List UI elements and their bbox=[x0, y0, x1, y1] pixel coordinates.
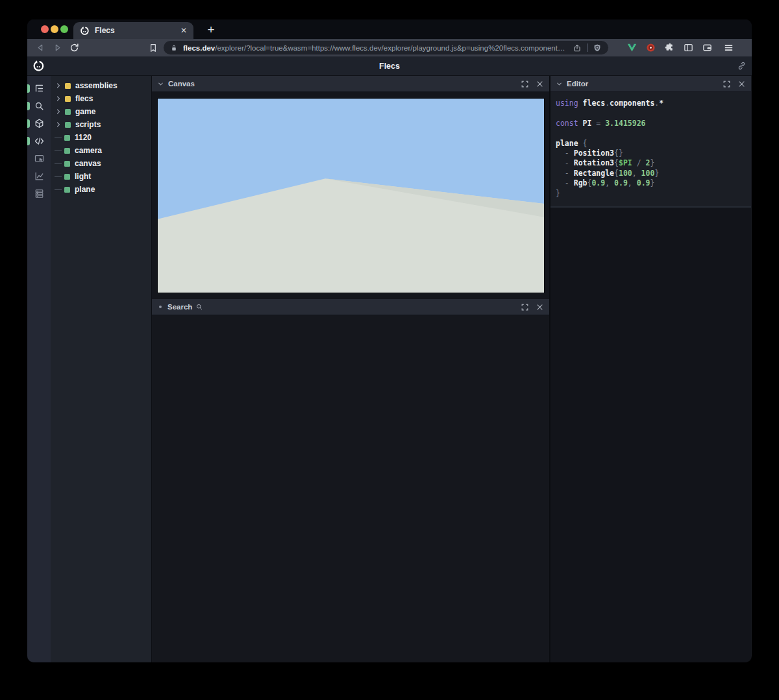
tree-item-label: assemblies bbox=[75, 81, 117, 90]
editor-empty-area bbox=[550, 208, 751, 662]
fullscreen-icon[interactable] bbox=[521, 80, 529, 88]
vue-devtools-icon[interactable] bbox=[626, 42, 637, 53]
tree-item-canvas[interactable]: canvas bbox=[51, 157, 151, 170]
left-rail bbox=[27, 76, 51, 662]
3d-viewport[interactable] bbox=[157, 98, 545, 293]
code-line bbox=[556, 108, 746, 118]
minimize-window-button[interactable] bbox=[51, 25, 58, 33]
editor-code[interactable]: using flecs.components.* const PI = 3.14… bbox=[550, 92, 751, 208]
red-extension-icon[interactable] bbox=[645, 42, 656, 53]
extensions-puzzle-icon[interactable] bbox=[664, 42, 675, 53]
share-icon[interactable] bbox=[573, 43, 582, 53]
expand-chevron-icon[interactable] bbox=[55, 95, 62, 103]
app-title: Flecs bbox=[27, 62, 752, 71]
tree-item-1120[interactable]: 1120 bbox=[51, 131, 151, 144]
url-text: flecs.dev/explorer/?local=true&wasm=http… bbox=[183, 44, 567, 52]
entity-tree: assemblies flecs game scripts 1120 camer… bbox=[51, 76, 151, 662]
browser-tab[interactable]: Flecs ✕ bbox=[73, 22, 193, 39]
tree-item-flecs[interactable]: flecs bbox=[51, 92, 151, 105]
code-line: - Position3{} bbox=[556, 149, 746, 158]
active-indicator bbox=[27, 119, 30, 128]
tree-item-game[interactable]: game bbox=[51, 105, 151, 118]
menu-icon[interactable] bbox=[723, 42, 734, 53]
search-panel-title: Search bbox=[167, 303, 192, 311]
share-link-icon[interactable] bbox=[737, 61, 747, 71]
rail-window-button[interactable] bbox=[27, 150, 51, 167]
browser-toolbar: flecs.dev/explorer/?local=true&wasm=http… bbox=[27, 39, 752, 56]
zoom-window-button[interactable] bbox=[60, 25, 68, 33]
close-panel-icon[interactable] bbox=[536, 80, 544, 88]
forward-icon[interactable] bbox=[52, 42, 63, 53]
stack-icon bbox=[34, 188, 45, 199]
tree-item-label: scripts bbox=[75, 120, 101, 129]
entity-color-square bbox=[65, 109, 71, 115]
rail-tree-button[interactable] bbox=[27, 80, 51, 97]
tree-item-label: flecs bbox=[75, 94, 93, 103]
bookmark-icon[interactable] bbox=[148, 43, 158, 53]
close-panel-icon[interactable] bbox=[737, 80, 746, 88]
collapsed-dot-icon[interactable] bbox=[159, 306, 162, 308]
new-tab-button[interactable]: + bbox=[203, 21, 219, 38]
fullscreen-icon[interactable] bbox=[723, 80, 731, 88]
chart-icon bbox=[34, 171, 45, 182]
fullscreen-icon[interactable] bbox=[521, 303, 529, 311]
rail-stack-button[interactable] bbox=[27, 185, 51, 202]
tab-close-icon[interactable]: ✕ bbox=[180, 26, 187, 35]
tab-title: Flecs bbox=[95, 26, 180, 35]
sidebar-toggle-icon[interactable] bbox=[683, 42, 694, 53]
url-bar[interactable]: flecs.dev/explorer/?local=true&wasm=http… bbox=[164, 41, 608, 54]
tree-item-plane[interactable]: plane bbox=[51, 183, 151, 196]
chevron-down-icon[interactable] bbox=[157, 80, 164, 88]
rail-chart-button[interactable] bbox=[27, 167, 51, 185]
tree-item-label: canvas bbox=[75, 159, 101, 168]
tab-bar: Flecs ✕ + bbox=[27, 19, 752, 39]
expand-chevron-icon[interactable] bbox=[55, 121, 62, 128]
lock-icon bbox=[170, 44, 178, 52]
rail-search-button[interactable] bbox=[27, 97, 51, 115]
tree-item-camera[interactable]: camera bbox=[51, 144, 151, 157]
leaf-dash bbox=[55, 163, 62, 164]
active-indicator bbox=[27, 84, 30, 93]
code-line: plane { bbox=[556, 139, 746, 149]
expand-chevron-icon[interactable] bbox=[55, 108, 62, 115]
url-path: /explorer/?local=true&wasm=https://www.f… bbox=[215, 44, 565, 52]
entity-color-square bbox=[65, 96, 71, 102]
close-panel-icon[interactable] bbox=[536, 303, 544, 311]
code-line: - Rectangle{100, 100} bbox=[556, 169, 746, 178]
code-line bbox=[556, 128, 746, 138]
code-icon bbox=[34, 136, 45, 147]
entity-color-square bbox=[64, 148, 70, 154]
code-line: const PI = 3.1415926 bbox=[556, 119, 746, 128]
url-separator bbox=[587, 43, 587, 52]
code-line: using flecs.components.* bbox=[556, 99, 746, 108]
tree-item-label: plane bbox=[75, 185, 95, 194]
entity-color-square bbox=[64, 174, 70, 180]
close-window-button[interactable] bbox=[41, 25, 49, 33]
rail-cube-button[interactable] bbox=[27, 115, 51, 132]
tree-item-scripts[interactable]: scripts bbox=[51, 118, 151, 131]
center-column: Canvas Search bbox=[151, 76, 549, 662]
active-indicator bbox=[27, 102, 30, 110]
expand-chevron-icon[interactable] bbox=[55, 82, 62, 90]
wallet-icon[interactable] bbox=[702, 42, 713, 53]
app-content: assemblies flecs game scripts 1120 camer… bbox=[27, 76, 752, 662]
url-domain: flecs.dev bbox=[183, 44, 215, 52]
entity-color-square bbox=[64, 135, 70, 141]
back-icon[interactable] bbox=[35, 42, 46, 53]
active-indicator bbox=[27, 137, 30, 145]
canvas-panel-header: Canvas bbox=[152, 76, 549, 92]
editor-panel-title: Editor bbox=[567, 80, 588, 88]
rail-code-button[interactable] bbox=[27, 132, 51, 150]
search-icon bbox=[34, 101, 45, 112]
reload-icon[interactable] bbox=[69, 42, 80, 53]
code-line: - Rgb{0.9, 0.9, 0.9} bbox=[556, 178, 746, 188]
chevron-down-icon[interactable] bbox=[556, 80, 563, 88]
tree-item-label: 1120 bbox=[75, 133, 92, 142]
cube-icon bbox=[34, 118, 45, 129]
tree-item-assemblies[interactable]: assemblies bbox=[51, 79, 151, 92]
brave-shield-icon[interactable] bbox=[593, 43, 602, 53]
tree-item-light[interactable]: light bbox=[51, 170, 151, 183]
editor-panel-header: Editor bbox=[550, 76, 751, 92]
tree-item-label: game bbox=[75, 107, 95, 116]
search-panel-header: Search bbox=[152, 299, 549, 315]
